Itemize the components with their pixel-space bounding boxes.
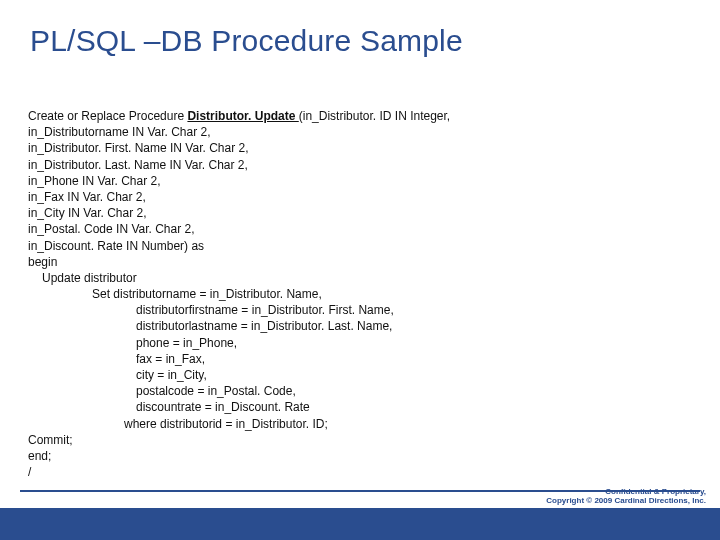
text: Create or Replace Procedure (28, 109, 187, 123)
code-line: begin (28, 254, 692, 270)
code-line: Update distributor (28, 270, 692, 286)
code-block: Create or Replace Procedure Distributor.… (28, 108, 692, 480)
code-line: in_Distributorname IN Var. Char 2, (28, 124, 692, 140)
code-line: in_Fax IN Var. Char 2, (28, 189, 692, 205)
code-line: end; (28, 448, 692, 464)
footer-copyright: Confidential & Proprietary, Copyright © … (546, 487, 706, 506)
code-line: postalcode = in_Postal. Code, (28, 383, 692, 399)
footer-bar (0, 508, 720, 540)
procedure-name: Distributor. Update (187, 109, 298, 123)
code-line: discountrate = in_Discount. Rate (28, 399, 692, 415)
code-line: fax = in_Fax, (28, 351, 692, 367)
code-line: / (28, 464, 692, 480)
code-line: distributorlastname = in_Distributor. La… (28, 318, 692, 334)
code-line: Create or Replace Procedure Distributor.… (28, 108, 692, 124)
code-line: in_Distributor. Last. Name IN Var. Char … (28, 157, 692, 173)
code-line: in_Phone IN Var. Char 2, (28, 173, 692, 189)
footer-line: Copyright © 2009 Cardinal Directions, In… (546, 496, 706, 506)
code-line: where distributorid = in_Distributor. ID… (28, 416, 692, 432)
code-line: in_Discount. Rate IN Number) as (28, 238, 692, 254)
code-line: Commit; (28, 432, 692, 448)
code-line: Set distributorname = in_Distributor. Na… (28, 286, 692, 302)
code-line: phone = in_Phone, (28, 335, 692, 351)
text: (in_Distributor. ID IN Integer, (299, 109, 450, 123)
code-line: in_Postal. Code IN Var. Char 2, (28, 221, 692, 237)
footer-line: Confidential & Proprietary, (546, 487, 706, 497)
slide-title: PL/SQL –DB Procedure Sample (30, 24, 463, 58)
code-line: in_Distributor. First. Name IN Var. Char… (28, 140, 692, 156)
slide: PL/SQL –DB Procedure Sample Create or Re… (0, 0, 720, 540)
code-line: in_City IN Var. Char 2, (28, 205, 692, 221)
code-line: distributorfirstname = in_Distributor. F… (28, 302, 692, 318)
code-line: city = in_City, (28, 367, 692, 383)
